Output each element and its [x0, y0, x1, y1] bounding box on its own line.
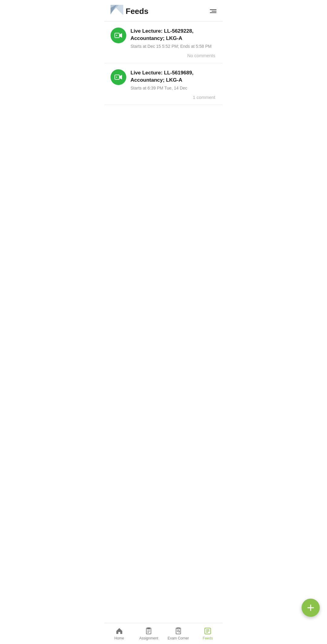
header-left: Feeds — [111, 5, 148, 18]
feed-subtitle-2: Starts at 6:39 PM Tue, 14 Dec — [130, 85, 216, 91]
filter-line-2 — [212, 11, 216, 11]
app-logo — [111, 5, 123, 18]
feed-title-1: Live Lecture: LL-5629228, Accountancy; L… — [130, 28, 216, 42]
filter-line-1 — [210, 9, 216, 10]
feed-item-2[interactable]: Live Lecture: LL-5619689, Accountancy; L… — [104, 63, 223, 105]
feed-title-2: Live Lecture: LL-5619689, Accountancy; L… — [130, 69, 216, 84]
feed-comments-1: No comments — [111, 53, 216, 58]
filter-button[interactable] — [210, 9, 216, 13]
feed-video-icon-2 — [111, 69, 126, 85]
feed-text-1: Live Lecture: LL-5629228, Accountancy; L… — [130, 28, 216, 49]
header: Feeds — [104, 0, 223, 21]
feed-list: Live Lecture: LL-5629228, Accountancy; L… — [104, 21, 223, 105]
feed-text-2: Live Lecture: LL-5619689, Accountancy; L… — [130, 69, 216, 91]
feed-video-icon-1 — [111, 28, 126, 43]
feed-item-content-1: Live Lecture: LL-5629228, Accountancy; L… — [111, 28, 216, 49]
page-title: Feeds — [126, 7, 148, 16]
svg-marker-4 — [119, 33, 122, 38]
feed-item-content-2: Live Lecture: LL-5619689, Accountancy; L… — [111, 69, 216, 91]
feed-item-1[interactable]: Live Lecture: LL-5629228, Accountancy; L… — [104, 21, 223, 63]
feed-comments-2: 1 comment — [111, 95, 216, 100]
feed-subtitle-1: Starts at Dec 15 5:52 PM; Ends at 5:58 P… — [130, 44, 216, 50]
svg-marker-8 — [119, 75, 122, 80]
filter-line-3 — [210, 12, 216, 13]
